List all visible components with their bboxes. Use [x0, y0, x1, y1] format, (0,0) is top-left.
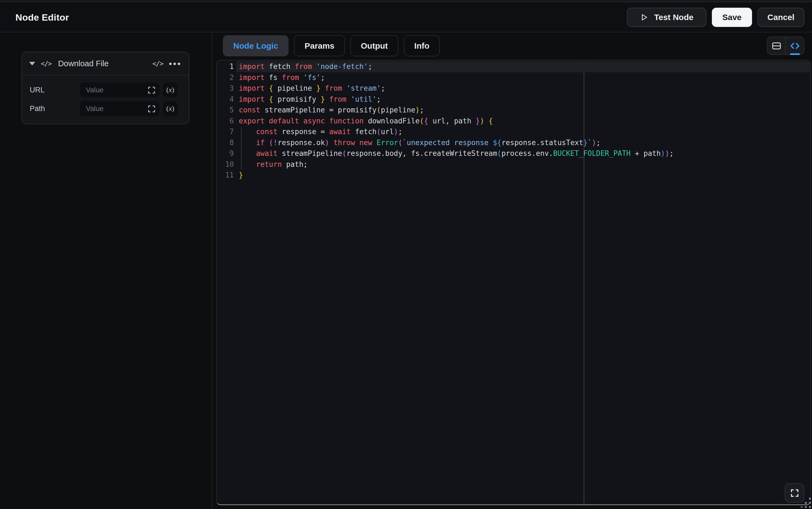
code-text: import { pipeline } from 'stream'; — [239, 83, 385, 94]
code-text: const streamPipeline = promisify(pipelin… — [239, 105, 424, 116]
node-editor-app: Node Editor Test Node Save Cancel </> Do… — [0, 0, 812, 509]
expand-icon[interactable] — [148, 86, 156, 94]
line-number: 10 — [217, 159, 234, 170]
tab-info[interactable]: Info — [404, 35, 440, 56]
fullscreen-icon — [790, 489, 799, 498]
code-text: if (!response.ok) throw new Error(`unexp… — [239, 137, 600, 148]
active-view-indicator — [790, 53, 800, 55]
line-number: 11 — [217, 170, 234, 181]
tab-node-logic[interactable]: Node Logic — [223, 35, 288, 56]
left-panel: </> Download File </> ●●● URL — [0, 33, 212, 509]
tab-params[interactable]: Params — [294, 35, 345, 56]
node-card: </> Download File </> ●●● URL — [22, 52, 189, 124]
code-line[interactable]: 10 return path; — [217, 159, 810, 170]
code-line[interactable]: 9 await streamPipeline(response.body, fs… — [217, 148, 810, 159]
layout-rows-view-option[interactable] — [768, 37, 785, 55]
code-text: await streamPipeline(response.body, fs.c… — [239, 148, 674, 159]
ellipsis-icon[interactable]: ●●● — [168, 60, 182, 67]
line-number: 8 — [217, 137, 234, 148]
code-editor[interactable]: 1import fetch from 'node-fetch';2import … — [216, 60, 811, 505]
code-text: } — [239, 170, 243, 181]
code-line[interactable]: 11} — [217, 170, 810, 181]
code-text: import fs from 'fs'; — [239, 72, 325, 83]
top-bar-actions: Test Node Save Cancel — [627, 3, 804, 32]
main-panel: Node Logic Params Output Info — [213, 33, 812, 509]
code-icon — [790, 41, 800, 50]
tab-output[interactable]: Output — [350, 35, 398, 56]
line-number: 3 — [217, 83, 234, 94]
path-field-label: Path — [29, 104, 80, 113]
line-number: 2 — [217, 72, 234, 83]
save-button[interactable]: Save — [712, 8, 752, 27]
chevron-down-icon[interactable] — [29, 62, 35, 65]
view-toggle — [767, 37, 804, 55]
code-text: import fetch from 'node-fetch'; — [239, 61, 372, 72]
test-node-button[interactable]: Test Node — [627, 8, 707, 27]
code-view-option[interactable] — [785, 37, 804, 55]
code-line[interactable]: 8 if (!response.ok) throw new Error(`une… — [217, 137, 810, 148]
code-text: export default async function downloadFi… — [239, 116, 493, 127]
node-card-header: </> Download File </> ●●● — [22, 52, 189, 75]
url-input-wrap — [80, 82, 160, 97]
code-line[interactable]: 2import fs from 'fs'; — [217, 72, 810, 83]
code-text: const response = await fetch(url); — [239, 127, 402, 137]
variable-button[interactable]: (x) — [163, 82, 178, 97]
line-number: 7 — [217, 127, 234, 137]
expand-icon[interactable] — [148, 105, 156, 113]
play-icon — [640, 13, 648, 22]
code-line[interactable]: 4import { promisify } from 'util'; — [217, 94, 810, 105]
code-line[interactable]: 6export default async function downloadF… — [217, 116, 810, 127]
window-top-strip — [0, 0, 812, 2]
cancel-button[interactable]: Cancel — [757, 8, 804, 27]
layout-rows-icon — [772, 41, 781, 50]
test-node-label: Test Node — [654, 13, 693, 22]
line-number: 9 — [217, 148, 234, 159]
line-number: 1 — [217, 61, 234, 72]
top-bar: Node Editor Test Node Save Cancel — [0, 3, 812, 32]
code-line[interactable]: 1import fetch from 'node-fetch'; — [217, 61, 810, 72]
resize-grip[interactable] — [799, 496, 811, 508]
field-row-url: URL (x) — [29, 82, 183, 97]
url-field-label: URL — [29, 86, 80, 94]
tabs-row: Node Logic Params Output Info — [223, 35, 440, 56]
code-text: return path; — [239, 159, 308, 170]
variable-button[interactable]: (x) — [163, 101, 178, 116]
path-input-wrap — [80, 101, 160, 116]
node-card-body: URL (x) Path — [22, 75, 189, 124]
code-line[interactable]: 5const streamPipeline = promisify(pipeli… — [217, 105, 810, 116]
line-number: 5 — [217, 105, 234, 116]
code-lines[interactable]: 1import fetch from 'node-fetch';2import … — [217, 61, 810, 181]
code-text: import { promisify } from 'util'; — [239, 94, 381, 105]
code-icon: </> — [41, 60, 52, 68]
field-row-path: Path (x) — [29, 101, 183, 116]
page-title: Node Editor — [15, 12, 69, 23]
code-line[interactable]: 3import { pipeline } from 'stream'; — [217, 83, 810, 94]
edit-code-icon[interactable]: </> — [152, 60, 163, 68]
line-number: 6 — [217, 116, 234, 127]
code-line[interactable]: 7 const response = await fetch(url); — [217, 127, 810, 137]
node-card-title: Download File — [58, 59, 147, 68]
line-number: 4 — [217, 94, 234, 105]
